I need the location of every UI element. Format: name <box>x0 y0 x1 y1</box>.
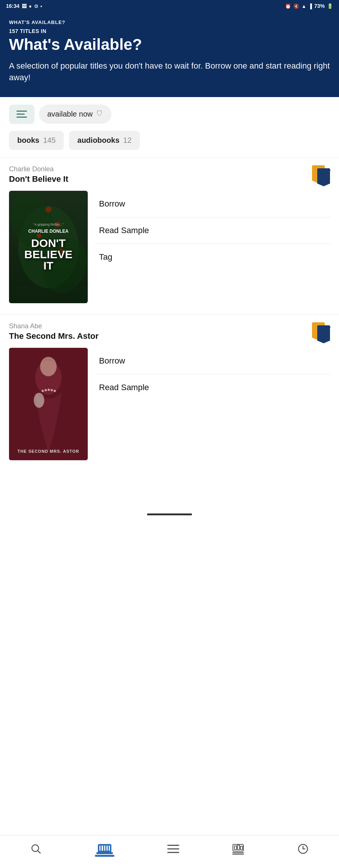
book-title-2: The Second Mrs. Astor <box>9 331 306 341</box>
svg-point-12 <box>48 389 50 391</box>
messenger-icon: ⊙ <box>34 3 38 9</box>
book-author-1: Charlie Donlea <box>9 165 306 173</box>
cover-blurb: "A gripping thriller..." <box>24 223 72 227</box>
nav-menu[interactable] <box>163 841 184 859</box>
book-title-1: Don't Believe It <box>9 174 306 184</box>
borrow-action-2[interactable]: Borrow <box>95 348 330 374</box>
book-content-2: THE SECOND MRS. ASTOR Borrow Read Sample <box>9 348 330 460</box>
book-content-1: "A gripping thriller..." CHARLIE DONLEA … <box>9 191 330 303</box>
books-tab-label: books <box>17 136 39 145</box>
svg-point-14 <box>54 390 56 392</box>
photo-icon: 🖼 <box>22 3 27 9</box>
cover-dbi-title: DON'TBELIEVEIT <box>24 238 72 271</box>
audiobooks-tab-label: audiobooks <box>77 136 119 145</box>
filter-button[interactable] <box>9 105 34 124</box>
bookmark-plus-icon-1: + <box>327 167 331 174</box>
book-meta-1: Charlie Donlea Don't Believe It <box>9 165 306 184</box>
shelf-icon <box>232 843 244 858</box>
book-author-2: Shana Abe <box>9 322 306 330</box>
book-cover-1: "A gripping thriller..." CHARLIE DONLEA … <box>9 191 88 303</box>
cover-dbi: "A gripping thriller..." CHARLIE DONLEA … <box>9 191 88 303</box>
tag-action-1[interactable]: Tag <box>95 244 330 270</box>
section-label: WHAT'S AVAILABLE? <box>9 19 330 25</box>
category-tabs: books 145 audiobooks 12 <box>0 128 339 157</box>
filter-lines-icon <box>16 111 27 118</box>
svg-rect-20 <box>167 849 179 850</box>
funnel-icon: ⛉ <box>96 110 103 118</box>
cover-author-name: CHARLIE DONLEA <box>24 229 72 234</box>
svg-rect-21 <box>167 852 179 853</box>
page-description: A selection of popular titles you don't … <box>9 60 330 84</box>
title-count: 157 TITLES IN <box>9 28 330 34</box>
nav-library[interactable] <box>90 843 119 858</box>
svg-point-17 <box>32 845 39 852</box>
book-header-2: Shana Abe The Second Mrs. Astor + <box>9 322 330 343</box>
cover-sma: THE SECOND MRS. ASTOR <box>9 348 88 460</box>
home-indicator <box>147 513 192 515</box>
alarm-icon: ⏰ <box>285 3 291 9</box>
bookmark-plus-icon-2: + <box>327 324 331 331</box>
svg-point-11 <box>45 389 47 391</box>
audiobooks-tab[interactable]: audiobooks 12 <box>69 131 140 150</box>
search-icon <box>30 843 42 858</box>
menu-icon <box>167 843 179 858</box>
svg-rect-25 <box>240 846 243 850</box>
filter-bar: available now ⛉ <box>0 97 339 128</box>
books-count: 145 <box>43 136 56 145</box>
bottom-navigation <box>0 835 339 868</box>
borrow-action-1[interactable]: Borrow <box>95 191 330 217</box>
nav-shelf[interactable] <box>228 841 249 859</box>
page-header: WHAT'S AVAILABLE? 157 TITLES IN What's A… <box>0 12 339 97</box>
read-sample-action-1[interactable]: Read Sample <box>95 217 330 244</box>
svg-point-10 <box>42 390 44 392</box>
library-icon <box>95 844 114 857</box>
page-title: What's Available? <box>9 36 330 54</box>
audiobooks-count: 12 <box>123 136 132 145</box>
svg-rect-19 <box>167 845 179 846</box>
battery-display: 73% <box>314 3 325 9</box>
book-cover-2: THE SECOND MRS. ASTOR <box>9 348 88 460</box>
battery-icon: 🔋 <box>327 3 333 9</box>
svg-rect-23 <box>234 846 237 850</box>
signal-icon: ▐ <box>309 3 312 9</box>
svg-rect-24 <box>237 845 240 850</box>
bookmark-badge-2[interactable]: + <box>306 322 330 343</box>
svg-point-16 <box>34 393 44 408</box>
book-actions-2: Borrow Read Sample <box>95 348 330 401</box>
book-meta-2: Shana Abe The Second Mrs. Astor <box>9 322 306 341</box>
status-right: ⏰ 🔇 ▲ ▐ 73% 🔋 <box>285 3 333 9</box>
mute-icon: 🔇 <box>293 3 299 9</box>
read-sample-action-2[interactable]: Read Sample <box>95 374 330 401</box>
whatsapp-icon: ● <box>29 3 32 9</box>
book-actions-1: Borrow Read Sample Tag <box>95 191 330 270</box>
time-display: 16:34 <box>6 3 20 9</box>
available-now-button[interactable]: available now ⛉ <box>39 105 111 124</box>
nav-history[interactable] <box>292 841 314 859</box>
book-header-1: Charlie Donlea Don't Believe It + <box>9 165 330 186</box>
bookmark-badge-1[interactable]: + <box>306 165 330 186</box>
status-bar: 16:34 🖼 ● ⊙ • ⏰ 🔇 ▲ ▐ 73% 🔋 <box>0 0 339 12</box>
book-entry-2: Shana Abe The Second Mrs. Astor + <box>0 314 339 464</box>
books-tab[interactable]: books 145 <box>9 131 64 150</box>
svg-point-15 <box>40 357 57 376</box>
svg-line-18 <box>38 851 40 853</box>
nav-search[interactable] <box>26 841 46 859</box>
dot-icon: • <box>40 3 42 9</box>
status-left: 16:34 🖼 ● ⊙ • <box>6 3 42 9</box>
svg-point-13 <box>51 389 53 391</box>
available-now-label: available now <box>47 110 93 118</box>
svg-point-3 <box>45 207 51 213</box>
wifi-icon: ▲ <box>302 3 306 9</box>
cover-sma-title: THE SECOND MRS. ASTOR <box>18 449 80 453</box>
book-entry-1: Charlie Donlea Don't Believe It + <box>0 157 339 307</box>
history-icon <box>297 843 309 858</box>
